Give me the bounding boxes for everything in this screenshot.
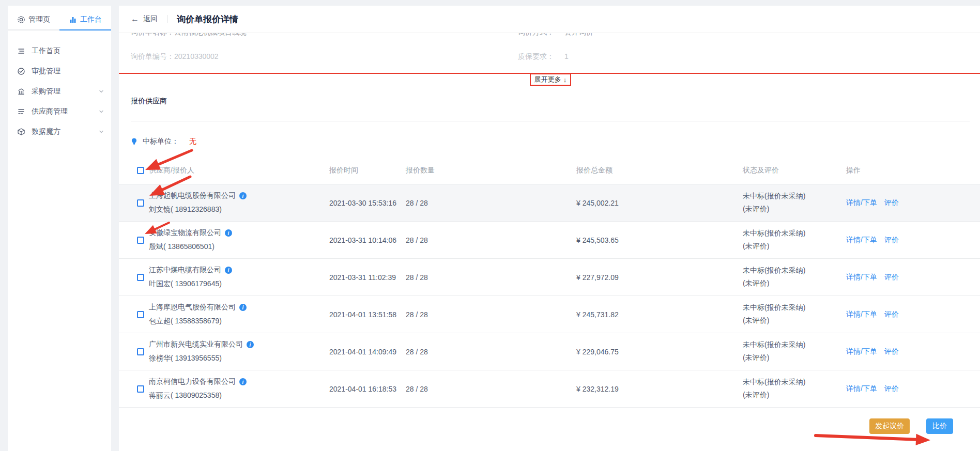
col-actions: 操作 [846,166,980,175]
tab-admin-label: 管理页 [28,15,50,24]
check-circle-icon [17,67,25,75]
section-title: 报价供应商 [131,97,167,106]
compare-button[interactable]: 比价 [926,418,953,434]
company-name[interactable]: 安徽绿宝物流有限公司 [149,228,221,238]
detail-order-link[interactable]: 详情/下单 [846,384,877,394]
status-cell: 未中标(报价未采纳) (未评价) [743,266,846,288]
sidebar-item-label: 采购管理 [32,87,99,96]
detail-order-link[interactable]: 详情/下单 [846,273,877,282]
warranty-label: 质保要求： [518,52,554,61]
row-checkbox[interactable] [137,274,144,281]
chevron-down-icon [99,129,104,134]
company-name[interactable]: 南京柯信电力设备有限公司 [149,377,236,386]
back-arrow-icon: ← [131,14,139,24]
status-line2: (未评价) [743,391,846,400]
sidebar-item-label: 供应商管理 [32,107,99,116]
status-cell: 未中标(报价未采纳) (未评价) [743,192,846,214]
detail-order-link[interactable]: 详情/下单 [846,236,877,245]
info-icon[interactable]: i [239,304,247,311]
detail-order-link[interactable]: 详情/下单 [846,310,877,319]
sidebar-item-data-cube[interactable]: 数据魔方 [8,121,111,142]
quote-detail-card: 询价单名称： 云南福尼机械项目线缆 询价方式： 公开询价 ← 返回 询价单报价详… [119,6,980,451]
expand-more-button[interactable]: 展开更多 ↓ [530,73,571,86]
tab-admin-page[interactable]: 管理页 [8,10,59,30]
row-checkbox[interactable] [137,311,144,318]
quote-amount: ¥ 229,046.75 [576,348,743,356]
table-row: 上海起帆电缆股份有限公司 i 刘文镜( 18912326883) 2021-03… [119,184,980,222]
evaluate-link[interactable]: 评价 [884,310,899,319]
table-row: 江苏中煤电缆有限公司 i 叶国宏( 13906179645) 2021-03-3… [119,259,980,296]
back-button[interactable]: ← 返回 [131,14,158,24]
sidebar-item-procurement[interactable]: 采购管理 [8,81,111,101]
actions-cell: 详情/下单 评价 [846,347,980,356]
negotiate-button[interactable]: 发起议价 [869,418,910,434]
status-line2: (未评价) [743,279,846,288]
sidebar-item-label: 数据魔方 [32,127,99,136]
quote-amount: ¥ 245,503.65 [576,236,743,244]
info-icon[interactable]: i [225,267,232,274]
info-icon[interactable]: i [247,341,254,348]
sidebar-item-suppliers[interactable]: 供应商管理 [8,101,111,121]
company-name[interactable]: 江苏中煤电缆有限公司 [149,266,221,275]
table-row: 上海摩恩电气股份有限公司 i 包立超( 13588358679) 2021-04… [119,296,980,333]
warranty-value: 1 [564,52,569,60]
quote-amount: ¥ 232,312.19 [576,385,743,393]
supplier-cell: 上海起帆电缆股份有限公司 i 刘文镜( 18912326883) [149,191,329,214]
row-checkbox[interactable] [137,348,144,355]
tab-workbench-label: 工作台 [80,15,102,24]
col-supplier: 供应商/报价人 [149,166,329,175]
company-name[interactable]: 广州市新兴电缆实业有限公司 [149,340,243,349]
quote-time: 2021-04-01 14:09:49 [329,348,406,356]
supplier-cell: 安徽绿宝物流有限公司 i 殷斌( 13865806501) [149,228,329,252]
contact-person: 徐榜华( 13913956555) [149,354,329,363]
quote-amount: ¥ 245,731.82 [576,310,743,319]
sidebar-item-work-home[interactable]: 工作首页 [8,41,111,61]
status-line1: 未中标(报价未采纳) [743,303,846,313]
evaluate-link[interactable]: 评价 [884,384,899,394]
status-line2: (未评价) [743,242,846,251]
section-divider [131,121,970,121]
quote-qty: 28 / 28 [406,310,576,319]
contact-person: 蒋丽云( 13809025358) [149,391,329,400]
sidebar-item-approval[interactable]: 审批管理 [8,61,111,81]
company-name[interactable]: 上海摩恩电气股份有限公司 [149,303,236,312]
row-checkbox[interactable] [137,385,144,393]
company-name[interactable]: 上海起帆电缆股份有限公司 [149,191,236,200]
back-label: 返回 [143,14,158,24]
evaluate-link[interactable]: 评价 [884,273,899,282]
detail-order-link[interactable]: 详情/下单 [846,347,877,356]
row-checkbox[interactable] [137,237,144,244]
winner-label: 中标单位： [143,137,179,146]
supplier-cell: 广州市新兴电缆实业有限公司 i 徐榜华( 13913956555) [149,340,329,363]
detail-order-link[interactable]: 详情/下单 [846,198,877,208]
tab-workbench[interactable]: 工作台 [59,10,111,30]
evaluate-link[interactable]: 评价 [884,198,899,208]
select-all-checkbox[interactable] [137,167,144,174]
quote-qty: 28 / 28 [406,348,576,356]
actions-cell: 详情/下单 评价 [846,273,980,282]
info-icon[interactable]: i [239,192,247,199]
actions-cell: 详情/下单 评价 [846,384,980,394]
page-title: 询价单报价详情 [177,13,238,25]
info-icon[interactable]: i [239,378,247,385]
table-row: 安徽绿宝物流有限公司 i 殷斌( 13865806501) 2021-03-31… [119,222,980,259]
winner-value: 无 [189,137,196,146]
sidebar-tabs: 管理页 工作台 [8,10,111,30]
evaluate-link[interactable]: 评价 [884,347,899,356]
info-icon[interactable]: i [225,229,232,237]
col-qty: 报价数量 [406,166,576,175]
form-row-inquiry-no: 询价单编号： 20210330002 质保要求： 1 [119,52,980,61]
status-line1: 未中标(报价未采纳) [743,266,846,275]
status-cell: 未中标(报价未采纳) (未评价) [743,340,846,363]
status-line1: 未中标(报价未采纳) [743,378,846,387]
inquiry-no-value: 20210330002 [174,52,219,60]
row-checkbox[interactable] [137,199,144,207]
status-line1: 未中标(报价未采纳) [743,340,846,350]
supplier-cell: 上海摩恩电气股份有限公司 i 包立超( 13588358679) [149,303,329,326]
evaluate-link[interactable]: 评价 [884,236,899,245]
quote-time: 2021-04-01 16:18:53 [329,385,406,393]
cube-icon [17,128,25,136]
quote-qty: 28 / 28 [406,236,576,244]
down-arrow-icon: ↓ [563,76,567,84]
home-lines-icon [17,47,25,55]
